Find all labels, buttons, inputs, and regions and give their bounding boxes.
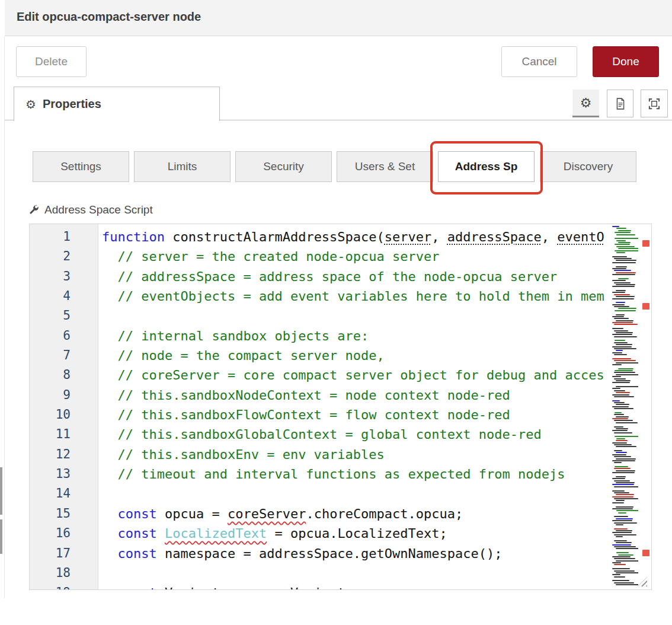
code-line-14 (99, 484, 651, 503)
line-number-1: 1 (30, 227, 98, 247)
code-token (157, 526, 165, 541)
code-token: = opcua.LocalizedText; (267, 526, 447, 541)
line-number-18: 18 (30, 563, 98, 583)
code-line-12: // this.sandboxEnv = env variables (99, 445, 651, 464)
code-token: // node = the compact server node, (102, 348, 385, 363)
code-token: LocalizedText (165, 526, 267, 541)
code-token: // coreServer = core compact server obje… (102, 368, 604, 382)
edit-node-dialog: Edit opcua-compact-server node Delete Ca… (0, 0, 672, 625)
document-icon (615, 98, 626, 110)
code-token: constructAlarmAddressSpace( (165, 229, 385, 244)
scroll-annotation-track (642, 224, 650, 589)
line-number-6: 6 (30, 326, 98, 346)
line-number-2: 2 (30, 247, 98, 266)
script-editor[interactable]: 12345678910111213141516171819 function c… (29, 224, 652, 590)
code-line-1: function constructAlarmAddressSpace(serv… (99, 227, 651, 247)
line-number-12: 12 (30, 445, 98, 464)
code-line-6: // internal sandbox objects are: (99, 326, 651, 346)
code-token: // this.sandboxFlowContext = flow contex… (102, 407, 510, 422)
cancel-button[interactable]: Cancel (501, 46, 577, 77)
code-token: // addressSpace = address space of the n… (102, 269, 557, 284)
tab-limits[interactable]: Limits (134, 151, 231, 182)
minimap-row (610, 584, 638, 586)
line-number-7: 7 (30, 346, 98, 365)
code-token: const (118, 506, 157, 521)
section-title: Address Space Script (44, 203, 153, 216)
scrollbar-fragment[interactable] (0, 467, 2, 515)
line-number-10: 10 (30, 405, 98, 425)
code-line-17: const namespace = addressSpace.getOwnNam… (99, 544, 651, 563)
code-token (102, 526, 118, 541)
line-number-11: 11 (30, 425, 98, 444)
code-token: coreServer (228, 506, 306, 521)
tab-discovery[interactable]: Discovery (540, 151, 636, 182)
code-token: // this.sandboxNodeContext = node contex… (102, 388, 510, 403)
code-line-13: // timeout and interval functions as exp… (99, 464, 651, 484)
line-number-4: 4 (30, 286, 98, 306)
code-token: Variant = opcua.Variant; (157, 585, 353, 589)
line-number-15: 15 (30, 504, 98, 524)
line-number-3: 3 (30, 267, 98, 286)
code-line-10: // this.sandboxFlowContext = flow contex… (99, 405, 651, 425)
code-token: const (118, 526, 157, 541)
code-token: // server = the created node-opcua serve… (102, 249, 440, 264)
line-number-16: 16 (30, 524, 98, 543)
properties-label: Properties (43, 97, 101, 111)
line-number-8: 8 (30, 365, 98, 385)
code-line-7: // node = the compact server node, (99, 346, 651, 365)
code-token: addressSpace (447, 229, 542, 244)
code-token: , (431, 229, 447, 244)
code-line-15: const opcua = coreServer.choreCompact.op… (99, 504, 651, 524)
delete-button[interactable]: Delete (16, 46, 87, 77)
wrench-icon (28, 205, 39, 215)
scroll-annotation-marker[interactable] (642, 240, 649, 247)
code-token: // this.sandboxGlobalContext = global co… (102, 427, 542, 442)
code-token: eventO (557, 229, 604, 244)
code-line-16: const LocalizedText = opcua.LocalizedTex… (99, 524, 651, 543)
scroll-annotation-marker[interactable] (642, 550, 649, 556)
cog-icon: ⚙ (25, 97, 36, 111)
code-line-4: // eventObjects = add event variables he… (99, 286, 651, 306)
code-token: const (118, 585, 157, 589)
code-token (102, 506, 118, 521)
scroll-annotation-marker[interactable] (642, 303, 649, 310)
gear-icon: ⚙ (580, 95, 592, 110)
minimap[interactable] (610, 226, 638, 588)
code-token: server (385, 229, 431, 244)
code-line-18 (99, 563, 651, 583)
done-button[interactable]: Done (593, 46, 659, 77)
code-area[interactable]: function constructAlarmAddressSpace(serv… (99, 224, 651, 589)
code-line-19: const Variant = opcua.Variant; (99, 583, 651, 589)
line-number-13: 13 (30, 464, 98, 484)
code-token: namespace = addressSpace.getOwnNamespace… (157, 546, 503, 561)
node-description-button[interactable] (607, 90, 633, 117)
code-token: opcua = (157, 506, 228, 521)
scrollbar-fragment[interactable] (0, 519, 2, 554)
code-line-3: // addressSpace = address space of the n… (99, 267, 651, 286)
node-settings-button[interactable]: ⚙ (572, 90, 599, 117)
dialog-title: Edit opcua-compact-server node (17, 10, 201, 24)
line-number-9: 9 (30, 385, 98, 405)
code-token: const (118, 546, 157, 561)
tab-address-sp[interactable]: Address Sp (438, 151, 535, 182)
code-line-8: // coreServer = core compact server obje… (99, 365, 651, 385)
code-line-2: // server = the created node-opcua serve… (99, 247, 651, 266)
code-token: // eventObjects = add event variables he… (102, 289, 604, 304)
code-token: .choreCompact.opcua; (306, 506, 463, 521)
expand-icon (648, 98, 660, 110)
code-token (102, 546, 118, 561)
code-line-11: // this.sandboxGlobalContext = global co… (99, 425, 651, 444)
tab-security[interactable]: Security (235, 151, 332, 182)
line-number-5: 5 (30, 306, 98, 326)
editor-gutter: 12345678910111213141516171819 (30, 224, 98, 589)
tab-settings[interactable]: Settings (33, 151, 129, 182)
expand-editor-button[interactable] (641, 90, 668, 117)
code-line-5 (99, 306, 651, 326)
code-token: // internal sandbox objects are: (102, 329, 369, 343)
tab-users-set[interactable]: Users & Set (337, 151, 433, 182)
code-token (102, 585, 118, 589)
properties-tab[interactable]: ⚙ Properties (14, 87, 220, 121)
window-edge-line (4, 36, 5, 598)
dialog-header: Edit opcua-compact-server node (5, 0, 672, 36)
code-token: // timeout and interval functions as exp… (102, 467, 565, 481)
